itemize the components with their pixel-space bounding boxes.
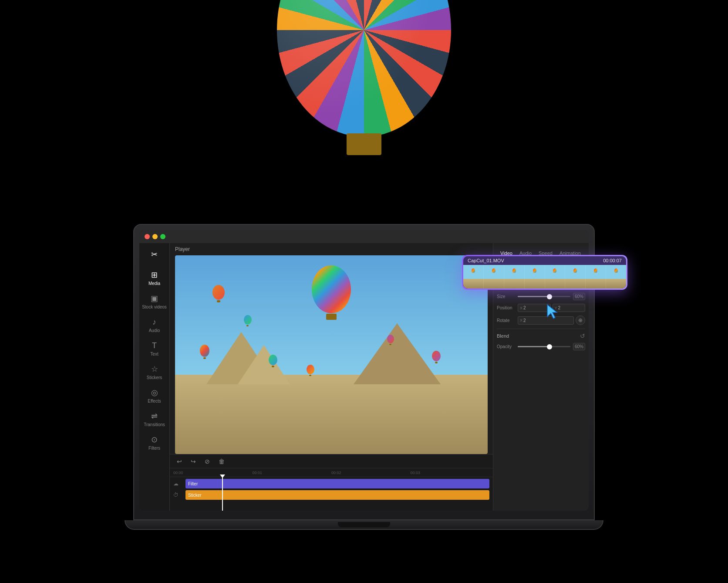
size-slider-track[interactable] <box>518 296 570 297</box>
balloon-small-6 <box>307 365 314 376</box>
balloon-basket-s3 <box>389 344 391 345</box>
ground <box>175 375 488 454</box>
sidebar-item-audio[interactable]: ♪ Audio <box>142 314 168 336</box>
filter-track-icon: ☁ <box>173 481 182 487</box>
ruler-mark-0: 00:00 <box>173 471 253 475</box>
sidebar-item-filters[interactable]: ⊙ Filters <box>142 431 168 454</box>
filter-track-label: Filter <box>188 481 198 486</box>
mountain-3 <box>354 323 441 384</box>
player-title: Player <box>175 246 190 252</box>
opacity-slider-thumb[interactable] <box>547 344 552 349</box>
balloon-envelope-main <box>312 265 351 313</box>
opacity-slider-track[interactable] <box>518 346 570 347</box>
effects-icon: ◎ <box>151 388 158 397</box>
frame-balloon-7 <box>594 268 597 273</box>
rotate-x-label: X <box>520 318 522 322</box>
clip-filename: CapCut_01.MOV <box>468 258 504 263</box>
blend-header: Blend ↺ <box>497 332 585 339</box>
main-balloon <box>312 265 351 320</box>
redo-button[interactable]: ↪ <box>189 457 198 466</box>
split-button[interactable]: ⊘ <box>203 457 212 466</box>
ruler-marks: 00:00 00:01 00:02 00:03 <box>173 471 489 475</box>
clip-frame-3 <box>504 265 524 288</box>
sidebar-item-label-stickers: Stickers <box>147 375 162 380</box>
sidebar-item-label-media: Media <box>148 281 160 286</box>
video-scene <box>175 255 488 454</box>
clip-frame-5 <box>545 265 565 288</box>
sidebar-item-stock-videos[interactable]: ▣ Stock videos <box>142 290 168 313</box>
rotate-control-row: Rotate X 2 ⊕ <box>497 315 585 325</box>
close-button[interactable] <box>145 234 150 239</box>
main-content: Player <box>170 243 493 511</box>
clip-frame-7 <box>585 265 606 288</box>
filter-track[interactable]: Filter <box>185 479 489 488</box>
clip-inner: CapCut_01.MOV 00:00:07 <box>463 256 626 288</box>
balloon-basket-s5 <box>272 366 274 367</box>
opacity-slider-fill <box>518 346 549 347</box>
sidebar-item-text[interactable]: T Text <box>142 337 168 360</box>
balloon-envelope-s3 <box>387 335 394 343</box>
minimize-button[interactable] <box>152 234 158 239</box>
balloon-envelope-s5 <box>269 355 277 365</box>
app-logo: ✂ <box>147 247 162 262</box>
blend-reset[interactable]: ↺ <box>580 332 585 339</box>
size-control-row: Size 60% <box>497 293 585 300</box>
maximize-button[interactable] <box>160 234 165 239</box>
balloon-envelope-s1 <box>212 285 225 300</box>
clip-frame-8 <box>606 265 626 288</box>
compass-button[interactable]: ⊕ <box>576 315 585 325</box>
divider-1 <box>497 329 585 329</box>
position-control-row: Position X 2 Y 2 <box>497 304 585 312</box>
sidebar-item-transitions[interactable]: ⇌ Transitions <box>142 408 168 430</box>
balloon-envelope-s4 <box>200 345 209 357</box>
player-video[interactable] <box>175 255 488 454</box>
sidebar-item-media[interactable]: ⊞ Media <box>142 267 168 289</box>
undo-button[interactable]: ↩ <box>175 457 184 466</box>
balloon-basket-main <box>326 314 337 320</box>
sidebar-item-stickers[interactable]: ☆ Stickers <box>142 361 168 383</box>
mountain-2 <box>238 345 290 384</box>
text-icon: T <box>152 341 157 350</box>
blend-title: Blend <box>497 333 509 339</box>
transitions-icon: ⇌ <box>151 411 158 421</box>
clip-frame-4 <box>524 265 545 288</box>
frame-balloon-3 <box>512 268 516 273</box>
balloon-small-1 <box>212 285 225 302</box>
sidebar-item-label-filters: Filters <box>148 446 160 451</box>
clip-frame-6 <box>565 265 585 288</box>
opacity-value: 60% <box>573 343 585 350</box>
sidebar-item-label-effects: Effects <box>148 399 161 403</box>
ruler-mark-3: 00:03 <box>411 471 490 475</box>
sidebar-item-effects[interactable]: ◎ Effects <box>142 384 168 407</box>
balloon-basket-s7 <box>435 362 438 363</box>
timeline-ruler: 00:00 00:01 00:02 00:03 <box>170 468 493 477</box>
balloon-small-4 <box>200 345 209 359</box>
playhead <box>222 477 223 511</box>
panel-body: Position and size ↺ Size 60% <box>493 279 589 511</box>
sidebar-item-label-audio: Audio <box>149 328 160 333</box>
laptop-wrapper: ✂ ⊞ Media ▣ Stock videos ♪ Audio <box>125 63 603 520</box>
opacity-control-row: Opacity 60% <box>497 343 585 350</box>
balloon-basket-s1 <box>217 300 220 302</box>
player-section: Player <box>170 243 493 454</box>
hero-balloon-envelope <box>277 0 451 137</box>
filters-icon: ⊙ <box>151 435 158 444</box>
frame-balloon-5 <box>553 268 556 273</box>
sticker-track[interactable]: Sticker <box>185 490 489 500</box>
opacity-label: Opacity <box>497 344 515 349</box>
ruler-mark-2: 00:02 <box>331 471 411 475</box>
rotate-label: Rotate <box>497 318 515 323</box>
timeline-toolbar: ↩ ↪ ⊘ 🗑 <box>170 454 493 468</box>
clip-duration: 00:00:07 <box>603 258 622 263</box>
clip-frame-1 <box>463 265 483 288</box>
clip-frames <box>463 265 626 288</box>
size-value: 60% <box>573 293 585 300</box>
size-label: Size <box>497 294 515 299</box>
size-slider-thumb[interactable] <box>547 294 552 299</box>
delete-button[interactable]: 🗑 <box>217 457 226 466</box>
timeline-tracks: ☁ Filter ⏱ Sticker <box>170 477 493 511</box>
hero-balloon-basket <box>347 133 381 155</box>
sidebar: ✂ ⊞ Media ▣ Stock videos ♪ Audio <box>139 243 170 511</box>
clip-frame-2 <box>483 265 504 288</box>
size-slider-fill <box>518 296 549 297</box>
